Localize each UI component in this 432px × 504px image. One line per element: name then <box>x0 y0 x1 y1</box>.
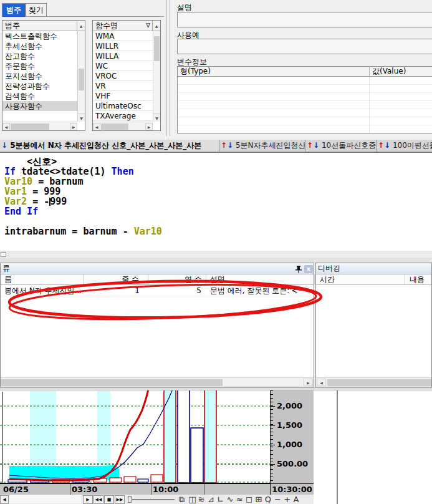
scroll-thumb[interactable] <box>11 124 49 130</box>
debug-hscrollbar[interactable]: ◀ <box>316 377 431 387</box>
scroll-left-icon[interactable]: ◀ <box>2 123 10 130</box>
scroll-thumb[interactable] <box>1 379 223 386</box>
zoom-out-icon[interactable]: − <box>274 495 281 504</box>
category-hscrollbar[interactable]: ◀ ▶ <box>2 122 77 130</box>
scroll-thumb[interactable] <box>154 36 160 61</box>
splitter[interactable] <box>0 258 432 263</box>
filter-icon[interactable]: ∇ <box>146 22 150 29</box>
error-hscrollbar[interactable]: ▶ <box>1 377 314 387</box>
window-vertical-divider[interactable] <box>337 390 338 504</box>
waves-tool-icon[interactable]: ≈ <box>236 495 243 504</box>
box-tool-icon[interactable]: ◻ <box>246 495 252 504</box>
scroll-thumb[interactable] <box>101 124 128 130</box>
function-item[interactable]: VR <box>93 81 153 91</box>
function-item[interactable]: VHF <box>93 91 153 101</box>
replay-slider-handle[interactable] <box>128 496 132 503</box>
trend-tool-icon[interactable]: ⊿ <box>208 495 214 504</box>
arrow-down-icon: ↓ <box>227 141 233 150</box>
wave-tool-icon[interactable]: ∿ <box>227 495 234 504</box>
zoom-in-icon[interactable]: + <box>284 495 290 504</box>
zigzag-icon[interactable]: ≋ <box>198 495 205 504</box>
function-item[interactable]: TXAverage <box>93 111 153 121</box>
window-icon[interactable]: ◫ <box>188 495 196 504</box>
strategy-chart[interactable] <box>0 390 270 483</box>
text-tool-icon[interactable]: A <box>294 495 299 504</box>
tall-bar <box>191 428 203 483</box>
category-vscrollbar[interactable]: ▼ <box>77 31 85 122</box>
error-row[interactable]: 봉에서 N자 추세진입...15문법 에러, 잘못된 토큰:'<' <box>1 285 314 296</box>
grid-window-icon[interactable]: ⊞ <box>255 495 262 504</box>
category-item[interactable]: 포지션함수 <box>2 71 77 81</box>
zoom-icon[interactable]: Q <box>265 495 271 504</box>
scroll-thumb[interactable] <box>327 379 431 386</box>
column-content[interactable]: 내용 <box>406 274 432 284</box>
copy-window-icon[interactable]: ⧉ <box>179 495 185 504</box>
playback-forward-button[interactable]: ▶▶ <box>115 495 125 504</box>
column-time[interactable]: 시간 <box>316 274 405 284</box>
category-item[interactable]: 사용자함수 <box>2 101 77 111</box>
pane-splitter[interactable] <box>166 0 167 136</box>
error-column-header[interactable]: 름 <box>1 274 84 284</box>
scroll-left-icon[interactable]: ◀ <box>93 123 100 130</box>
function-item[interactable]: WILLA <box>93 51 153 61</box>
usage-box[interactable] <box>177 39 432 54</box>
document-tabbar: ↓ 5분봉에서 N자 추세진입청산 신호_사본_사본_사본_사본↑↓ 5분N자추… <box>0 139 432 152</box>
function-hscrollbar[interactable]: ◀ ▶ <box>93 122 153 130</box>
tab-category[interactable]: 범주 <box>2 3 26 17</box>
function-item[interactable]: WILLR <box>93 41 153 51</box>
tall-bar <box>204 390 216 483</box>
category-item[interactable]: 잔고함수 <box>2 51 77 61</box>
category-item[interactable]: 검색함수 <box>2 91 77 101</box>
function-item[interactable]: VROC <box>93 71 153 81</box>
description-box[interactable] <box>177 12 432 27</box>
chart-hscrollbar[interactable] <box>9 495 81 503</box>
chart-y-axis[interactable]: 2,0001,5001,000500.00 <box>270 390 314 483</box>
playback-rewind-button[interactable]: ◀◀ <box>94 495 103 504</box>
function-item[interactable]: WC <box>93 61 153 71</box>
function-item[interactable]: WMA <box>93 31 153 41</box>
category-list-header[interactable]: 범주 <box>2 21 77 31</box>
column-type[interactable]: 형(Type) <box>180 67 211 76</box>
function-list-header[interactable]: 함수명 <box>93 21 153 31</box>
pin-icon[interactable] <box>295 265 302 273</box>
error-column-header[interactable]: 설명 <box>206 274 315 284</box>
column-value[interactable]: 값(Value) <box>372 67 406 76</box>
doc-tab[interactable]: ↑↓ 5분N자추세진입청산 <box>219 140 305 152</box>
category-item[interactable]: 추세선함수 <box>2 41 77 51</box>
close-icon[interactable]: x <box>304 265 313 273</box>
function-item[interactable]: UltimateOsc <box>93 101 153 111</box>
category-item[interactable]: 주문함수 <box>2 61 77 71</box>
scroll-left-icon[interactable]: ◀ <box>317 379 326 386</box>
angle-tool-icon[interactable]: ∟ <box>217 495 224 504</box>
scroll-right-icon[interactable]: ▶ <box>70 123 77 130</box>
histogram-bar <box>138 479 148 482</box>
function-vscrollbar[interactable]: ▼ <box>153 31 160 122</box>
scroll-thumb[interactable] <box>1 252 6 257</box>
code-editor[interactable]: <신호>If tdate<>tdate(1) ThenVar10 = barnu… <box>0 152 432 251</box>
replay-slider-track[interactable] <box>132 499 175 500</box>
chart-scroll-left-icon[interactable]: ◀ <box>0 495 9 504</box>
doc-tab[interactable]: ↓ 5분봉에서 N자 추세진입청산 신호_사본_사본_사본_사본 <box>0 140 219 152</box>
y-axis-label: 500.00 <box>277 459 308 468</box>
doc-tab[interactable]: ↑↓ 100이평선돌파 <box>377 140 432 152</box>
error-column-header[interactable]: 열 수 <box>148 274 206 284</box>
editor-hscrollbar[interactable] <box>0 251 432 258</box>
error-column-header[interactable]: 줄 수 <box>84 274 148 284</box>
scroll-down-icon[interactable]: ▼ <box>78 114 85 122</box>
scroll-up-icon[interactable]: ▲ <box>153 21 160 31</box>
category-item[interactable]: 텍스트출력함수 <box>2 31 77 41</box>
scroll-right-icon[interactable]: ▶ <box>145 123 153 130</box>
chart-x-axis[interactable]: 06/2503:3010:00 <box>0 483 270 495</box>
code-text[interactable]: <신호>If tdate<>tdate(1) ThenVar10 = barnu… <box>4 157 162 236</box>
doc-tab[interactable]: ↑↓ 10선돌파신호중 <box>305 140 377 152</box>
scroll-right-icon[interactable]: ▶ <box>304 379 313 386</box>
scroll-up-icon[interactable]: ▲ <box>77 21 85 31</box>
playback-stop-button[interactable]: ■ <box>104 495 114 504</box>
tab-find[interactable]: 찾기 <box>26 3 47 17</box>
scroll-thumb[interactable] <box>79 69 84 90</box>
category-item[interactable]: 전략성과함수 <box>2 81 77 91</box>
playback-play-button[interactable]: ▶ <box>83 495 93 504</box>
pane-splitter[interactable] <box>170 0 170 136</box>
scroll-down-icon[interactable]: ▼ <box>153 114 160 122</box>
tall-bar <box>178 390 190 483</box>
